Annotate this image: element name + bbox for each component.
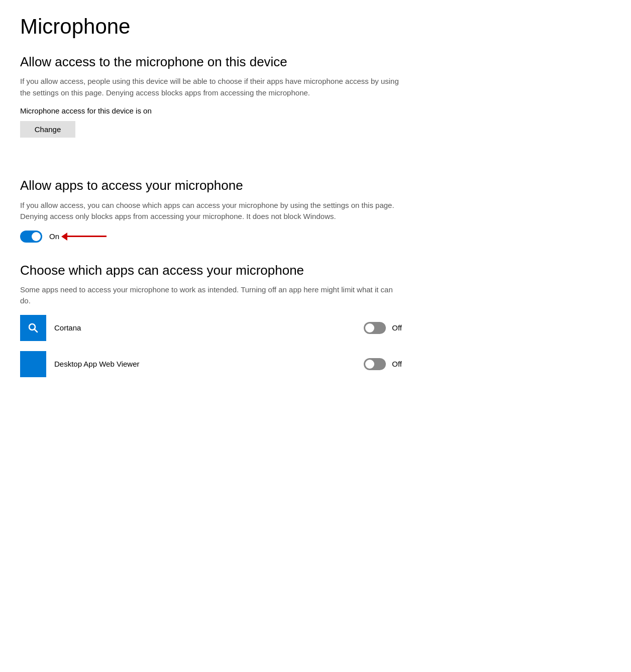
desktop-web-viewer-name: Desktop App Web Viewer: [54, 360, 364, 368]
device-access-status: Microphone access for this device is on: [20, 106, 611, 115]
cortana-toggle-area: Off: [364, 322, 402, 334]
choose-apps-section: Choose which apps can access your microp…: [20, 263, 611, 377]
cortana-icon: [20, 315, 46, 341]
arrow-line: [66, 236, 107, 237]
apps-access-description: If you allow access, you can choose whic…: [20, 200, 402, 222]
apps-access-section: Allow apps to access your microphone If …: [20, 178, 611, 242]
device-access-section: Allow access to the microphone on this d…: [20, 54, 611, 158]
cortana-name: Cortana: [54, 323, 364, 332]
apps-access-title: Allow apps to access your microphone: [20, 178, 611, 193]
desktop-web-viewer-toggle[interactable]: [364, 358, 386, 370]
choose-apps-description: Some apps need to access your microphone…: [20, 284, 402, 307]
desktop-web-viewer-toggle-area: Off: [364, 358, 402, 370]
cortana-toggle[interactable]: [364, 322, 386, 334]
device-access-title: Allow access to the microphone on this d…: [20, 54, 611, 70]
svg-line-1: [35, 329, 38, 332]
choose-apps-title: Choose which apps can access your microp…: [20, 263, 611, 278]
arrow-annotation: [66, 236, 107, 237]
cortana-toggle-label: Off: [392, 323, 402, 332]
change-button[interactable]: Change: [20, 121, 75, 138]
desktop-web-viewer-toggle-label: Off: [392, 360, 402, 368]
apps-access-toggle[interactable]: [20, 231, 42, 243]
device-access-description: If you allow access, people using this d…: [20, 76, 402, 98]
page-title: Microphone: [20, 15, 611, 38]
search-icon: [27, 322, 39, 334]
apps-access-toggle-row: On: [20, 231, 611, 243]
app-row-desktop-web-viewer: Desktop App Web Viewer Off: [20, 351, 402, 377]
apps-access-toggle-label: On: [49, 232, 59, 241]
app-row-cortana: Cortana Off: [20, 315, 402, 341]
desktop-web-viewer-icon: [20, 351, 46, 377]
